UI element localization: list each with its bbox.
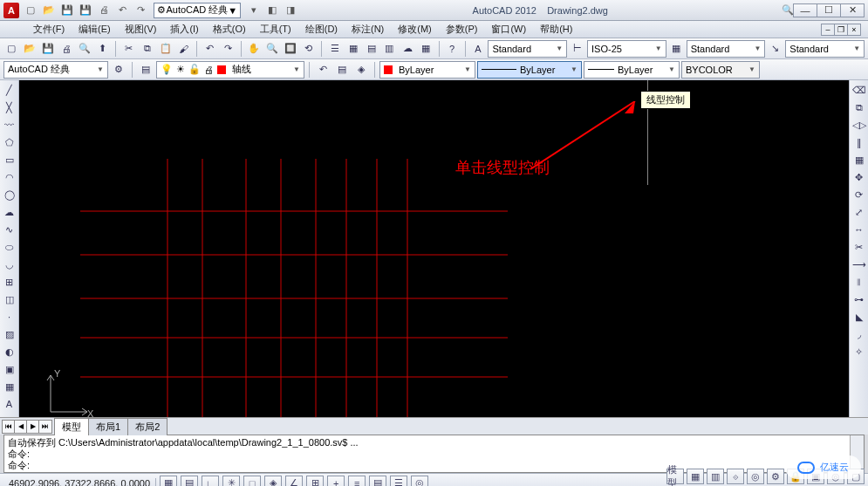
- grid-button[interactable]: ▤: [181, 476, 198, 487]
- toolpalette-icon[interactable]: ▤: [363, 40, 379, 58]
- paste-icon[interactable]: 📋: [157, 40, 174, 58]
- qat-extra1-icon[interactable]: ◧: [265, 3, 279, 17]
- menu-tools[interactable]: 工具(T): [253, 21, 298, 38]
- insert-icon[interactable]: ⊞: [2, 274, 17, 290]
- app-logo[interactable]: A: [3, 3, 19, 18]
- zoom-icon[interactable]: 🔍: [264, 40, 281, 58]
- table-style-select[interactable]: Standard▼: [687, 40, 766, 58]
- save-icon[interactable]: 💾: [40, 40, 57, 58]
- menu-help[interactable]: 帮助(H): [533, 21, 579, 38]
- qp-button[interactable]: ☰: [390, 476, 407, 487]
- lwt-button[interactable]: ≡: [348, 476, 366, 487]
- table-icon[interactable]: ▦: [2, 379, 17, 394]
- mirror-icon[interactable]: ◁▷: [851, 117, 867, 133]
- menu-format[interactable]: 格式(O): [206, 21, 253, 38]
- polar-button[interactable]: ✳: [222, 476, 240, 487]
- designcenter-icon[interactable]: ▦: [345, 40, 361, 58]
- line-icon[interactable]: ╱: [2, 82, 17, 98]
- spline-icon[interactable]: ∿: [2, 222, 17, 237]
- polygon-icon[interactable]: ⬠: [2, 134, 17, 150]
- annoscale-button[interactable]: ⟐: [727, 469, 744, 484]
- drawing-canvas[interactable]: YX 线型控制 单击线型控制: [19, 80, 849, 435]
- trim-icon[interactable]: ✂: [851, 239, 867, 255]
- save-icon[interactable]: 💾: [60, 3, 74, 17]
- print-icon[interactable]: 🖨: [97, 3, 111, 17]
- pan-icon[interactable]: ✋: [246, 40, 263, 58]
- maximize-button[interactable]: ☐: [817, 3, 841, 17]
- pline-icon[interactable]: 〰: [2, 117, 17, 133]
- publish-icon[interactable]: ⬆: [95, 40, 112, 58]
- new-icon[interactable]: ▢: [3, 40, 20, 58]
- tab-layout2[interactable]: 布局2: [127, 418, 167, 435]
- snap-button[interactable]: ▦: [160, 476, 177, 487]
- menu-view[interactable]: 视图(V): [118, 21, 164, 38]
- linetype-select[interactable]: ByLayer▼: [477, 61, 582, 79]
- tab-last-icon[interactable]: ⏭: [39, 421, 51, 433]
- qat-extra2-icon[interactable]: ◨: [284, 3, 297, 17]
- region-icon[interactable]: ▣: [2, 361, 17, 377]
- copy-obj-icon[interactable]: ⧉: [851, 99, 867, 115]
- dim-style-select[interactable]: ISO-25▼: [587, 40, 666, 58]
- minimize-button[interactable]: —: [793, 3, 817, 17]
- layer-manager-icon[interactable]: ▤: [137, 61, 154, 79]
- 3dosnap-button[interactable]: ◈: [264, 476, 282, 487]
- layer-prev-icon[interactable]: ↶: [314, 61, 331, 79]
- tab-prev-icon[interactable]: ◀: [15, 421, 27, 433]
- markup-icon[interactable]: ☁: [400, 40, 416, 58]
- tab-first-icon[interactable]: ⏮: [3, 421, 15, 433]
- extend-icon[interactable]: ⟶: [851, 257, 867, 272]
- dyn-button[interactable]: +: [327, 476, 345, 487]
- chamfer-icon[interactable]: ◣: [851, 309, 867, 325]
- xline-icon[interactable]: ╳: [2, 99, 17, 115]
- tab-next-icon[interactable]: ▶: [27, 421, 39, 433]
- array-icon[interactable]: ▦: [851, 152, 867, 168]
- color-select[interactable]: ByLayer▼: [379, 61, 475, 79]
- revcloud-icon[interactable]: ☁: [2, 204, 17, 220]
- redo-icon[interactable]: ↷: [133, 3, 147, 17]
- hatch-icon[interactable]: ▨: [2, 326, 17, 342]
- mdi-close-button[interactable]: ×: [847, 24, 861, 36]
- qview-button[interactable]: ▦: [687, 469, 704, 484]
- fillet-icon[interactable]: ◞: [851, 326, 867, 342]
- open-icon[interactable]: 📂: [42, 3, 56, 17]
- erase-icon[interactable]: ⌫: [851, 82, 867, 98]
- tab-model[interactable]: 模型: [54, 418, 89, 435]
- undo-icon[interactable]: ↶: [202, 40, 218, 58]
- point-icon[interactable]: ·: [2, 309, 17, 325]
- menu-window[interactable]: 窗口(W): [484, 21, 533, 38]
- menu-modify[interactable]: 修改(M): [391, 21, 439, 38]
- layer-select[interactable]: 💡 ☀ 🔓 🖨 轴线▼: [156, 61, 304, 79]
- ortho-button[interactable]: ∟: [202, 476, 219, 487]
- block-icon[interactable]: ◫: [2, 291, 17, 307]
- tpy-button[interactable]: ▤: [369, 476, 386, 487]
- menu-edit[interactable]: 编辑(E): [72, 21, 118, 38]
- cut-icon[interactable]: ✂: [120, 40, 137, 58]
- tablestyle-icon[interactable]: ▦: [668, 40, 685, 58]
- ellipsearc-icon[interactable]: ◡: [2, 257, 17, 272]
- lineweight-select[interactable]: ByLayer▼: [584, 61, 680, 79]
- layer-state-icon[interactable]: ▤: [333, 61, 351, 79]
- menu-parametric[interactable]: 参数(P): [439, 21, 485, 38]
- undo-icon[interactable]: ↶: [115, 3, 129, 17]
- rectangle-icon[interactable]: ▭: [2, 152, 17, 168]
- saveas-icon[interactable]: 💾: [79, 3, 92, 17]
- otrack-button[interactable]: ∠: [285, 476, 303, 487]
- close-button[interactable]: ✕: [840, 3, 865, 17]
- rotate-icon[interactable]: ⟳: [851, 187, 867, 202]
- mleader-style-select[interactable]: Standard▼: [785, 40, 865, 58]
- qat-more-icon[interactable]: ▾: [247, 3, 261, 17]
- menu-draw[interactable]: 绘图(D): [298, 21, 345, 38]
- copy-icon[interactable]: ⧉: [139, 40, 155, 58]
- help-icon[interactable]: ?: [444, 40, 461, 58]
- match-icon[interactable]: 🖌: [175, 40, 192, 58]
- new-icon[interactable]: ▢: [24, 3, 38, 17]
- ws-switch-button[interactable]: ⚙: [767, 469, 784, 484]
- text-style-select[interactable]: Standard▼: [488, 40, 567, 58]
- workspace-settings-icon[interactable]: ⚙: [110, 61, 127, 79]
- preview-icon[interactable]: 🔍: [77, 40, 93, 58]
- zoom-prev-icon[interactable]: ⟲: [300, 40, 317, 58]
- dimstyle-icon[interactable]: ⊢: [569, 40, 585, 58]
- menu-insert[interactable]: 插入(I): [163, 21, 205, 38]
- annovis-button[interactable]: ◎: [747, 469, 764, 484]
- sheetset-icon[interactable]: ▥: [381, 40, 398, 58]
